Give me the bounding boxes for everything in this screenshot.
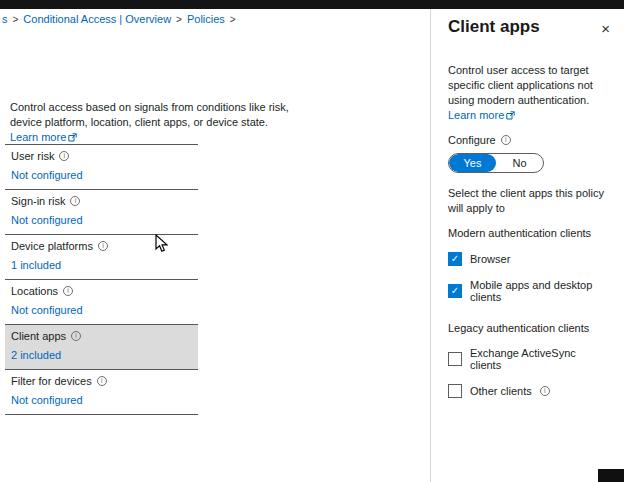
condition-label-text: Locations bbox=[11, 285, 58, 297]
condition-label: Filter for devices bbox=[11, 375, 190, 387]
top-window-bar bbox=[0, 0, 624, 9]
condition-value-link[interactable]: 1 included bbox=[11, 259, 190, 271]
checkbox-row-browser[interactable]: Browser bbox=[448, 252, 608, 266]
panel-title: Client apps bbox=[448, 17, 608, 37]
condition-row-client-apps[interactable]: Client apps 2 included bbox=[5, 325, 198, 370]
learn-more-link[interactable]: Learn more bbox=[448, 109, 504, 121]
panel-description: Control user access to target specific c… bbox=[448, 63, 616, 124]
info-icon[interactable] bbox=[540, 386, 550, 396]
configure-label: Configure bbox=[448, 134, 496, 146]
condition-value-link[interactable]: Not configured bbox=[11, 304, 190, 316]
group-heading-modern: Modern authentication clients bbox=[448, 227, 608, 239]
condition-label-text: Sign-in risk bbox=[11, 195, 65, 207]
condition-row-device-platforms[interactable]: Device platforms 1 included bbox=[5, 235, 198, 280]
breadcrumb-item-policies[interactable]: Policies bbox=[187, 13, 225, 25]
toggle-yes-option[interactable]: Yes bbox=[449, 154, 496, 172]
condition-value-link[interactable]: 2 included bbox=[11, 349, 190, 361]
learn-more-link[interactable]: Learn more bbox=[10, 131, 66, 143]
checkbox-icon[interactable] bbox=[448, 384, 462, 398]
condition-value-link[interactable]: Not configured bbox=[11, 394, 190, 406]
condition-label: User risk bbox=[11, 150, 190, 162]
configure-toggle[interactable]: Yes No bbox=[448, 153, 544, 173]
info-icon[interactable] bbox=[59, 151, 69, 161]
group-heading-legacy: Legacy authentication clients bbox=[448, 322, 608, 334]
info-icon[interactable] bbox=[97, 376, 107, 386]
condition-label-text: Device platforms bbox=[11, 240, 93, 252]
condition-row-user-risk[interactable]: User risk Not configured bbox=[5, 145, 198, 190]
checkbox-icon[interactable] bbox=[448, 284, 462, 298]
conditions-intro-text: Control access based on signals from con… bbox=[10, 100, 290, 146]
condition-label: Client apps bbox=[11, 330, 190, 342]
condition-value-link[interactable]: Not configured bbox=[11, 214, 190, 226]
breadcrumb-separator: > bbox=[230, 14, 236, 25]
checkbox-label: Browser bbox=[470, 253, 510, 265]
panel-description-body: Control user access to target specific c… bbox=[448, 64, 593, 106]
window-corner-artifact bbox=[598, 469, 624, 482]
breadcrumb-separator: > bbox=[13, 14, 19, 25]
condition-label: Sign-in risk bbox=[11, 195, 190, 207]
toggle-no-option[interactable]: No bbox=[496, 154, 543, 172]
conditions-intro-body: Control access based on signals from con… bbox=[10, 101, 289, 128]
conditions-list: User risk Not configured Sign-in risk No… bbox=[5, 144, 198, 415]
condition-label-text: Filter for devices bbox=[11, 375, 92, 387]
condition-row-sign-in-risk[interactable]: Sign-in risk Not configured bbox=[5, 190, 198, 235]
checkbox-label: Mobile apps and desktop clients bbox=[470, 279, 608, 303]
checkbox-row-exchange-activesync[interactable]: Exchange ActiveSync clients bbox=[448, 347, 608, 371]
client-apps-panel: Client apps × Control user access to tar… bbox=[430, 9, 624, 482]
breadcrumb-separator: > bbox=[176, 14, 182, 25]
condition-row-locations[interactable]: Locations Not configured bbox=[5, 280, 198, 325]
breadcrumb: s > Conditional Access | Overview > Poli… bbox=[2, 13, 236, 25]
condition-label: Device platforms bbox=[11, 240, 190, 252]
checkbox-row-other-clients[interactable]: Other clients bbox=[448, 384, 608, 398]
checkbox-icon[interactable] bbox=[448, 252, 462, 266]
info-icon[interactable] bbox=[71, 331, 81, 341]
info-icon[interactable] bbox=[98, 241, 108, 251]
condition-value-link[interactable]: Not configured bbox=[11, 169, 190, 181]
checkbox-row-mobile-desktop[interactable]: Mobile apps and desktop clients bbox=[448, 279, 608, 303]
info-icon[interactable] bbox=[70, 196, 80, 206]
breadcrumb-item-truncated[interactable]: s bbox=[2, 13, 8, 25]
select-clients-instruction: Select the client apps this policy will … bbox=[448, 186, 620, 216]
checkbox-label: Exchange ActiveSync clients bbox=[470, 347, 608, 371]
condition-row-filter-for-devices[interactable]: Filter for devices Not configured bbox=[5, 370, 198, 415]
condition-label-text: Client apps bbox=[11, 330, 66, 342]
checkbox-icon[interactable] bbox=[448, 352, 462, 366]
configure-label-row: Configure bbox=[448, 134, 608, 146]
condition-label-text: User risk bbox=[11, 150, 54, 162]
condition-label: Locations bbox=[11, 285, 190, 297]
info-icon[interactable] bbox=[501, 135, 511, 145]
external-link-icon bbox=[506, 109, 515, 124]
info-icon[interactable] bbox=[63, 286, 73, 296]
breadcrumb-item-conditional-access[interactable]: Conditional Access | Overview bbox=[23, 13, 171, 25]
checkbox-label: Other clients bbox=[470, 385, 532, 397]
close-icon[interactable]: × bbox=[599, 19, 612, 38]
